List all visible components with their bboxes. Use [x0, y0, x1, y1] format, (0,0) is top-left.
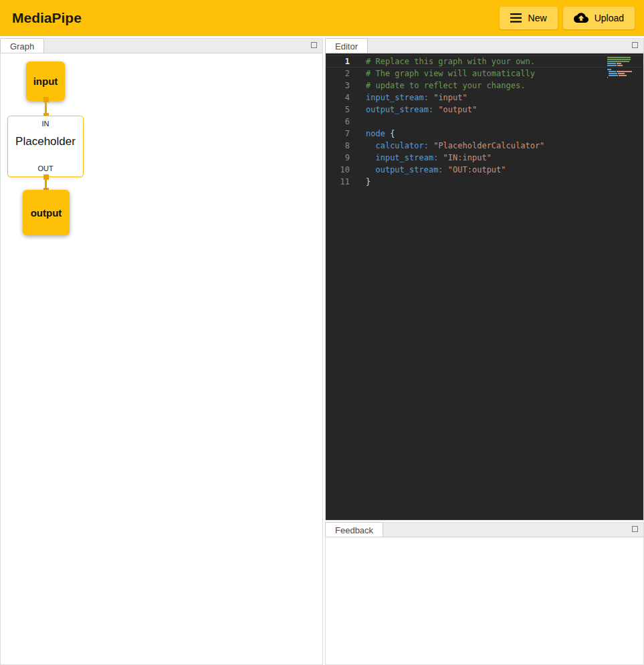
port-icon	[43, 97, 49, 102]
line-number: 11	[326, 176, 359, 188]
upload-button[interactable]: Upload	[563, 7, 635, 29]
port-icon	[43, 174, 49, 180]
tab-editor-label: Editor	[335, 41, 358, 51]
feedback-tabbar: Feedback	[326, 523, 643, 537]
minimap-line	[607, 75, 634, 76]
code-text: output_stream: "OUT:output"	[359, 164, 506, 176]
code-text: # The graph view will automatically	[359, 68, 535, 80]
code-line: 3# update to reflect your changes.	[326, 80, 643, 92]
cloud-upload-icon	[574, 13, 588, 23]
line-number: 10	[326, 164, 359, 176]
line-number: 1	[326, 55, 359, 68]
feedback-panel: Feedback	[325, 522, 644, 665]
code-text	[359, 116, 370, 128]
placeholder-in-port-label: IN	[8, 120, 83, 128]
graph-panel: Graph input IN Placeholder OUT output	[0, 38, 323, 665]
minimap-line	[607, 69, 634, 70]
code-line: 4input_stream: "input"	[326, 92, 643, 104]
code-text: output_stream: "output"	[359, 104, 477, 116]
graph-node-input[interactable]: input	[26, 61, 65, 101]
placeholder-node-title: Placeholder	[8, 135, 83, 148]
minimap-line	[607, 65, 634, 66]
app-header: MediaPipe New Upload	[0, 0, 644, 36]
code-line: 5output_stream: "output"	[326, 104, 643, 116]
code-text: input_stream: "IN:input"	[359, 152, 492, 164]
code-text: # Replace this graph with your own.	[359, 55, 535, 68]
code-line: 11}	[326, 176, 643, 188]
line-number: 8	[326, 140, 359, 152]
maximize-icon[interactable]	[632, 42, 638, 48]
graph-node-output[interactable]: output	[23, 190, 70, 235]
tab-graph[interactable]: Graph	[0, 38, 44, 53]
code-line: 1# Replace this graph with your own.	[326, 55, 643, 68]
tab-feedback[interactable]: Feedback	[325, 522, 383, 537]
line-number: 2	[326, 68, 359, 80]
menu-icon	[510, 13, 522, 23]
line-number: 6	[326, 116, 359, 128]
line-number: 7	[326, 128, 359, 140]
header-buttons: New Upload	[500, 7, 635, 29]
code-line: 9 input_stream: "IN:input"	[326, 152, 643, 164]
maximize-icon[interactable]	[632, 526, 638, 532]
minimap-line	[607, 59, 634, 60]
line-number: 4	[326, 92, 359, 104]
code-text: calculator: "PlaceholderCalculator"	[359, 140, 544, 152]
minimap-line	[607, 71, 634, 72]
editor-panel: Editor 1# Replace this graph with your o…	[325, 38, 644, 521]
code-text: }	[359, 176, 370, 188]
feedback-content	[326, 537, 643, 664]
code-line: 7node {	[326, 128, 643, 140]
line-number: 9	[326, 152, 359, 164]
tab-editor[interactable]: Editor	[325, 38, 368, 53]
line-number: 5	[326, 104, 359, 116]
minimap-line	[607, 61, 634, 62]
edge-input-to-placeholder	[45, 98, 47, 118]
minimap-line	[607, 63, 634, 64]
graph-canvas[interactable]: input IN Placeholder OUT output	[1, 53, 322, 664]
code-editor[interactable]: 1# Replace this graph with your own.2# T…	[326, 53, 643, 520]
code-text: node {	[359, 128, 395, 140]
upload-button-label: Upload	[595, 13, 624, 23]
placeholder-out-port-label: OUT	[8, 164, 83, 172]
editor-tabbar: Editor	[326, 39, 643, 53]
graph-node-placeholder[interactable]: IN Placeholder OUT	[7, 116, 84, 177]
maximize-icon[interactable]	[311, 42, 317, 48]
code-text: # update to reflect your changes.	[359, 80, 525, 92]
code-text: input_stream: "input"	[359, 92, 467, 104]
minimap-line	[607, 57, 634, 58]
minimap-line	[607, 67, 634, 68]
line-number: 3	[326, 80, 359, 92]
minimap[interactable]	[607, 57, 634, 79]
graph-tabbar: Graph	[1, 39, 322, 53]
new-button[interactable]: New	[500, 7, 558, 29]
code-line: 2# The graph view will automatically	[326, 68, 643, 80]
tab-feedback-label: Feedback	[335, 525, 373, 535]
app-title: MediaPipe	[12, 10, 82, 26]
minimap-line	[607, 77, 634, 78]
minimap-line	[607, 73, 634, 74]
tab-graph-label: Graph	[10, 41, 34, 51]
code-lines: 1# Replace this graph with your own.2# T…	[326, 55, 643, 188]
code-line: 10 output_stream: "OUT:output"	[326, 164, 643, 176]
code-line: 8 calculator: "PlaceholderCalculator"	[326, 140, 643, 152]
code-line: 6	[326, 116, 643, 128]
new-button-label: New	[528, 13, 547, 23]
